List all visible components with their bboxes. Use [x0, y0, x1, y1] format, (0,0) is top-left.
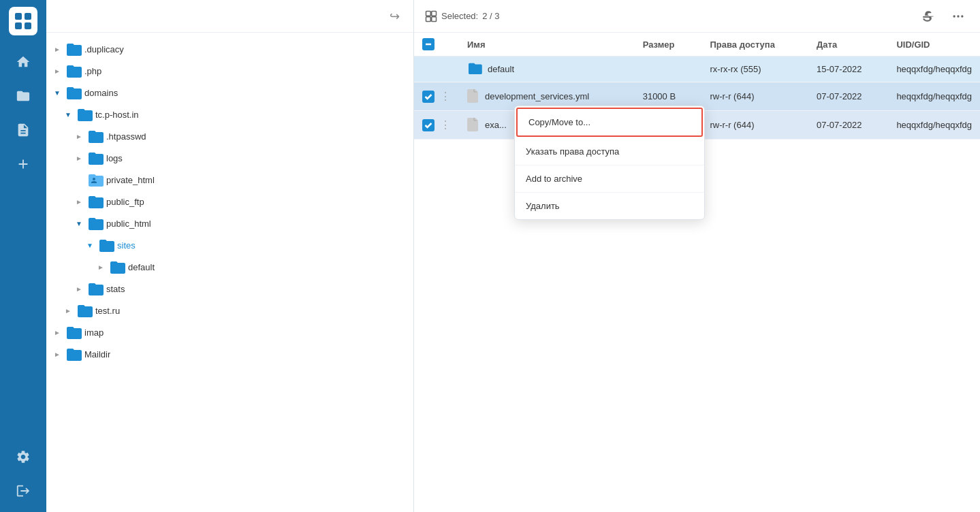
- row-dots-dev[interactable]: ⋮: [440, 90, 451, 103]
- folder-icon-maildir: [65, 347, 82, 361]
- sidebar-nav: [0, 0, 46, 512]
- tree-arrow-test-ru: ►: [63, 305, 74, 316]
- tree-redirect-icon[interactable]: ↪: [383, 5, 405, 27]
- row-cell-size-default: [635, 57, 702, 82]
- folder-icon-htpasswd: [87, 129, 104, 143]
- tree-item-domains[interactable]: ▼ domains: [46, 82, 413, 103]
- file-tree-panel: ↪ ► .duplicacy ► .php ▼ domains: [46, 0, 414, 512]
- tree-item-imap[interactable]: ► imap: [46, 321, 413, 343]
- folder-icon-row-default: [467, 62, 482, 76]
- col-header-perms: Права доступа: [701, 33, 808, 57]
- tree-item-public-ftp[interactable]: ► public_ftp: [46, 191, 413, 212]
- row-cell-perms-dev: rw-r-r (644): [701, 82, 808, 111]
- context-menu-item-delete[interactable]: Удалить: [515, 193, 704, 219]
- col-header-size: Размер: [635, 33, 702, 57]
- col-header-date: Дата: [808, 33, 888, 57]
- svg-rect-6: [426, 16, 431, 21]
- tree-item-private-html[interactable]: private_html: [46, 169, 413, 191]
- tree-item-tc-p-host[interactable]: ▼ tc.p-host.in: [46, 103, 413, 125]
- more-options-button[interactable]: [947, 5, 969, 27]
- tree-arrow-stats: ►: [74, 283, 84, 294]
- tree-item-public-html[interactable]: ▼ public_html: [46, 212, 413, 234]
- svg-rect-2: [15, 22, 22, 29]
- tree-item-maildir[interactable]: ► Maildir: [46, 343, 413, 365]
- strikethrough-icon-button[interactable]: [917, 5, 939, 27]
- tree-label-private-html: private_html: [106, 175, 155, 185]
- folder-icon-tc-p-host: [76, 108, 93, 121]
- folder-icon-public-html: [87, 217, 104, 230]
- nav-add-button[interactable]: [9, 150, 37, 178]
- svg-rect-7: [432, 16, 437, 21]
- table-row[interactable]: default rx-rx-rx (555) 15-07-2022 heqqxf…: [414, 57, 980, 82]
- row-checkbox-default[interactable]: [422, 63, 434, 76]
- nav-files-button[interactable]: [9, 82, 37, 110]
- svg-rect-5: [432, 11, 437, 16]
- tree-arrow-private-html: [74, 174, 84, 185]
- nav-home-button[interactable]: [9, 48, 37, 76]
- tree-item-test-ru[interactable]: ► test.ru: [46, 300, 413, 321]
- select-all-checkbox[interactable]: [422, 38, 434, 50]
- row-cell-date-default: 15-07-2022: [808, 57, 888, 82]
- row-checkbox-exa[interactable]: [422, 119, 434, 131]
- tree-label-logs: logs: [106, 153, 123, 163]
- folder-icon-logs: [87, 151, 104, 165]
- tree-label-public-html: public_html: [106, 219, 151, 229]
- folder-icon-duplicacy: [65, 42, 82, 56]
- folder-icon-stats: [87, 282, 104, 295]
- file-icon-row-dev: [467, 88, 479, 105]
- tree-label-test-ru: test.ru: [95, 306, 120, 316]
- context-menu-item-set-perms[interactable]: Указать права доступа: [515, 138, 704, 165]
- tree-arrow-public-html: ▼: [74, 218, 84, 229]
- svg-rect-0: [15, 13, 22, 20]
- col-header-uid: UID/GID: [888, 33, 980, 57]
- context-menu-item-add-archive[interactable]: Add to archive: [515, 165, 704, 193]
- row-cell-date-dev: 07-07-2022: [808, 82, 888, 111]
- row-checkbox-dev[interactable]: [422, 91, 434, 103]
- tree-label-stats: stats: [106, 284, 125, 294]
- context-menu: Copy/Move to... Указать права доступа Ad…: [514, 106, 705, 220]
- tree-arrow-duplicacy: ►: [52, 44, 63, 54]
- tree-arrow-domains: ▼: [52, 87, 63, 98]
- folder-icon-test-ru: [76, 304, 93, 317]
- context-menu-item-copy-move[interactable]: Copy/Move to...: [516, 108, 703, 137]
- nav-logout-button[interactable]: [9, 477, 37, 505]
- nav-settings-button[interactable]: [9, 443, 37, 471]
- svg-rect-4: [426, 11, 431, 16]
- row-dots-exa[interactable]: ⋮: [440, 118, 451, 131]
- svg-point-8: [953, 15, 955, 17]
- folder-icon-sites-default: [109, 260, 125, 274]
- main-panel: Selected: 2 / 3: [414, 0, 980, 512]
- tree-arrow-imap: ►: [52, 327, 63, 338]
- app-logo: [9, 7, 37, 35]
- row-cell-perms-exa: rw-r-r (644): [701, 111, 808, 140]
- tree-arrow-htpasswd: ►: [74, 131, 84, 142]
- tree-label-htpasswd: .htpasswd: [106, 131, 146, 142]
- tree-arrow-logs: ►: [74, 153, 84, 163]
- row-cell-name-default: default: [459, 57, 635, 82]
- tree-arrow-tc-p-host: ▼: [63, 109, 74, 120]
- tree-content: ► .duplicacy ► .php ▼ domains ▼: [46, 33, 413, 512]
- svg-point-10: [961, 15, 963, 17]
- main-header: Selected: 2 / 3: [414, 0, 980, 33]
- selection-badge: Selected: 2 / 3: [425, 10, 500, 22]
- tree-label-php: .php: [84, 66, 101, 76]
- tree-item-logs[interactable]: ► logs: [46, 147, 413, 169]
- folder-icon-php: [65, 64, 82, 78]
- row-cell-perms-default: rx-rx-rx (555): [701, 57, 808, 82]
- row-cell-uid-exa: heqqxfdg/heqqxfdg: [888, 111, 980, 140]
- col-header-name: Имя: [459, 33, 635, 57]
- row-cell-uid-default: heqqxfdg/heqqxfdg: [888, 57, 980, 82]
- svg-point-9: [957, 15, 959, 17]
- tree-item-htpasswd[interactable]: ► .htpasswd: [46, 125, 413, 147]
- folder-icon-public-ftp: [87, 195, 104, 208]
- tree-item-php[interactable]: ► .php: [46, 60, 413, 82]
- tree-label-duplicacy: .duplicacy: [84, 44, 124, 54]
- tree-label-sites-default: default: [128, 262, 155, 272]
- tree-item-stats[interactable]: ► stats: [46, 278, 413, 300]
- tree-item-sites-default[interactable]: ► default: [46, 256, 413, 278]
- tree-arrow-maildir: ►: [52, 349, 63, 359]
- nav-notes-button[interactable]: [9, 116, 37, 144]
- row-cell-date-exa: 07-07-2022: [808, 111, 888, 140]
- tree-item-sites[interactable]: ▼ sites: [46, 234, 413, 256]
- tree-item-duplicacy[interactable]: ► .duplicacy: [46, 38, 413, 60]
